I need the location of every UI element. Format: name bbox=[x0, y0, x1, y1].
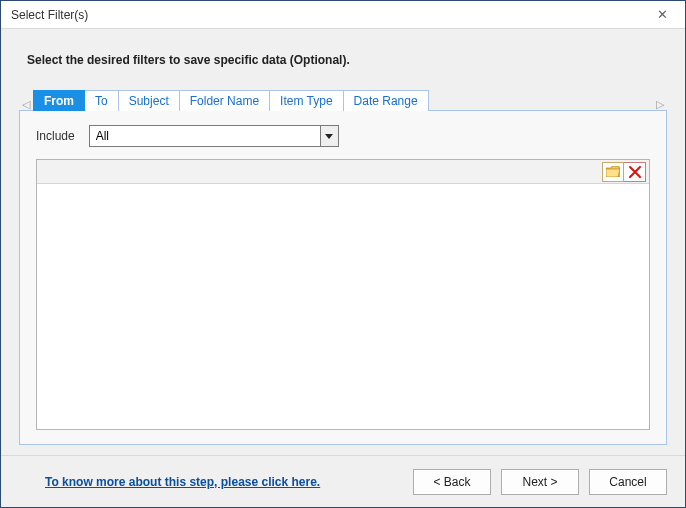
back-button[interactable]: < Back bbox=[413, 469, 491, 495]
tab-strip: ◁ From To Subject Folder Name Item Type … bbox=[19, 89, 667, 111]
filter-listbox bbox=[36, 159, 650, 430]
tab-panel: Include All bbox=[19, 110, 667, 445]
instruction-text: Select the desired filters to save speci… bbox=[27, 53, 667, 67]
chevron-down-icon[interactable] bbox=[320, 126, 338, 146]
tab-item-type[interactable]: Item Type bbox=[270, 90, 343, 111]
tab-scroll-left-icon[interactable]: ◁ bbox=[19, 98, 33, 111]
tab-folder-name[interactable]: Folder Name bbox=[180, 90, 270, 111]
delete-icon bbox=[629, 166, 641, 178]
include-row: Include All bbox=[36, 125, 650, 147]
tab-from[interactable]: From bbox=[33, 90, 85, 111]
window-title: Select Filter(s) bbox=[11, 8, 647, 22]
browse-folder-button[interactable] bbox=[602, 162, 624, 182]
content-area: Select the desired filters to save speci… bbox=[1, 29, 685, 455]
delete-button[interactable] bbox=[624, 162, 646, 182]
folder-icon bbox=[606, 166, 620, 177]
tab-to[interactable]: To bbox=[85, 90, 119, 111]
titlebar: Select Filter(s) ✕ bbox=[1, 1, 685, 29]
footer: To know more about this step, please cli… bbox=[1, 455, 685, 507]
next-button[interactable]: Next > bbox=[501, 469, 579, 495]
dialog-window: Select Filter(s) ✕ Select the desired fi… bbox=[0, 0, 686, 508]
close-icon[interactable]: ✕ bbox=[647, 5, 677, 25]
listbox-body[interactable] bbox=[37, 184, 649, 429]
tab-date-range[interactable]: Date Range bbox=[344, 90, 429, 111]
include-combo-value: All bbox=[90, 129, 320, 143]
tab-scroll-right-icon[interactable]: ▷ bbox=[653, 98, 667, 111]
listbox-toolbar bbox=[37, 160, 649, 184]
cancel-button[interactable]: Cancel bbox=[589, 469, 667, 495]
help-link[interactable]: To know more about this step, please cli… bbox=[45, 475, 403, 489]
include-combo[interactable]: All bbox=[89, 125, 339, 147]
tab-subject[interactable]: Subject bbox=[119, 90, 180, 111]
include-label: Include bbox=[36, 129, 75, 143]
